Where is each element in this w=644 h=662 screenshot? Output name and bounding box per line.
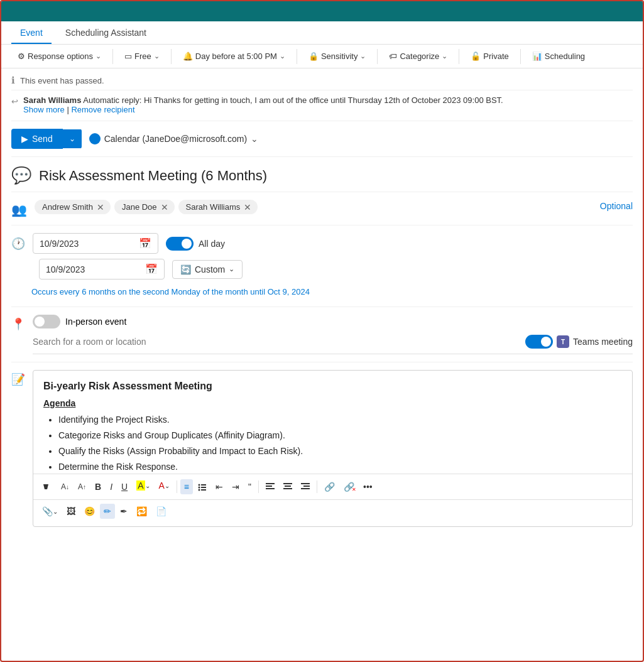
recurrence-info[interactable]: Occurs every 6 months on the second Mond… <box>11 285 633 299</box>
show-as-icon: ▭ <box>124 52 132 61</box>
location-section: 📍 In-person event <box>11 307 633 362</box>
remove-jane-button[interactable]: ✕ <box>161 203 168 212</box>
send-row: ▶ Send ⌄ Calendar (JaneDoe@microsoft.com… <box>11 121 633 157</box>
attach-button[interactable]: 📎⌄ <box>38 504 62 519</box>
svg-rect-3 <box>201 487 206 488</box>
start-date-picker[interactable]: 10/9/2023 📅 <box>33 233 158 254</box>
sensitivity-button[interactable]: 🔒 Sensitivity ⌄ <box>302 48 373 64</box>
private-button[interactable]: 🔓 Private <box>464 48 515 64</box>
teams-thumb <box>541 337 551 347</box>
svg-rect-13 <box>303 486 310 487</box>
svg-rect-8 <box>266 488 275 489</box>
svg-rect-14 <box>301 488 310 489</box>
bold-button[interactable]: B <box>91 479 105 494</box>
indent-decrease-button[interactable]: ⇤ <box>212 479 227 494</box>
align-left-button[interactable] <box>262 480 278 493</box>
font-size-increase-button[interactable]: A↑ <box>74 480 90 494</box>
send-main-button[interactable]: ▶ Send <box>11 129 63 149</box>
indent-increase-button[interactable]: ⇥ <box>228 479 243 494</box>
top-bar <box>1 1 643 21</box>
body-icon: 📝 <box>11 372 25 386</box>
body-editor[interactable]: Bi-yearly Risk Assessment Meeting Agenda… <box>33 370 633 527</box>
start-date-text: 10/9/2023 <box>40 239 134 249</box>
agenda-heading: Agenda <box>43 398 622 408</box>
location-icon: 📍 <box>11 317 25 331</box>
calendar-selector[interactable]: Calendar (JaneDoe@microsoft.com) ⌄ <box>89 133 258 144</box>
teams-icon: T <box>557 335 569 348</box>
quote-button[interactable]: " <box>244 479 255 494</box>
private-icon: 🔓 <box>471 52 481 61</box>
attendee-name-sarah: Sarah Williams <box>186 202 241 212</box>
more-options-button[interactable]: ••• <box>359 479 376 494</box>
highlight-button[interactable]: A ⌄ <box>133 478 153 496</box>
recurrence-label: Custom <box>195 264 225 274</box>
body-title: Bi-yearly Risk Assessment Meeting <box>43 381 622 392</box>
remove-sarah-button[interactable]: ✕ <box>244 203 251 212</box>
insert-image-button[interactable]: 🖼 <box>63 504 79 519</box>
location-search-input[interactable] <box>33 337 525 347</box>
response-options-button[interactable]: ⚙ Response options ⌄ <box>11 48 107 64</box>
template-button[interactable]: 📄 <box>152 504 170 519</box>
scheduling-icon: 📊 <box>532 52 542 61</box>
align-center2-button[interactable] <box>280 480 296 493</box>
show-more-link[interactable]: Show more <box>23 105 65 114</box>
clock-icon: 🕐 <box>11 237 25 251</box>
location-content: In-person event T Teams meeting <box>33 315 633 354</box>
meeting-title-section: 💬 Risk Assessment Meeting (6 Months) <box>11 157 633 192</box>
tab-event[interactable]: Event <box>11 21 52 44</box>
response-options-icon: ⚙ <box>18 52 25 61</box>
tab-scheduling-assistant[interactable]: Scheduling Assistant <box>57 21 155 44</box>
loop-button[interactable]: 🔁 <box>133 504 151 519</box>
categorize-button[interactable]: 🏷 Categorize ⌄ <box>383 48 454 64</box>
teams-label: Teams meeting <box>573 337 633 347</box>
draw-button[interactable]: ✒ <box>116 504 131 519</box>
recurrence-button[interactable]: 🔄 Custom ⌄ <box>172 260 243 279</box>
inperson-row: In-person event <box>33 315 633 328</box>
auto-reply-message: Automatic reply: Hi Thanks for getting i… <box>83 95 503 105</box>
calendar-dot <box>89 133 101 144</box>
clear-format-button[interactable] <box>38 479 56 494</box>
font-color-button[interactable]: A ⌄ <box>155 478 173 496</box>
auto-reply-bar: ↩ Sarah Williams Automatic reply: Hi Tha… <box>11 90 633 121</box>
align-center-button[interactable]: ≡ <box>180 479 193 494</box>
italic-button[interactable]: I <box>106 479 116 494</box>
send-dropdown-chevron: ⌄ <box>69 134 75 143</box>
remove-recipient-link[interactable]: Remove recipient <box>71 105 134 114</box>
auto-reply-sender: Sarah Williams <box>23 95 81 105</box>
reminder-button[interactable]: 🔔 Day before at 5:00 PM ⌄ <box>177 48 292 64</box>
bullets-button[interactable] <box>194 480 210 494</box>
scheduling-button[interactable]: 📊 Scheduling <box>526 48 591 64</box>
insert-link-button[interactable]: 🔗 <box>320 479 339 494</box>
emoji-button[interactable]: 😊 <box>80 504 99 519</box>
show-as-button[interactable]: ▭ Free ⌄ <box>118 48 166 64</box>
svg-rect-11 <box>283 488 292 489</box>
recurrence-icon: 🔄 <box>180 264 191 274</box>
all-day-thumb <box>182 239 192 249</box>
all-day-toggle[interactable] <box>166 237 194 251</box>
agenda-item-4: Determine the Risk Response. <box>58 460 622 474</box>
inperson-toggle[interactable] <box>33 315 60 328</box>
svg-rect-7 <box>266 486 272 487</box>
meeting-title[interactable]: Risk Assessment Meeting (6 Months) <box>39 168 267 184</box>
svg-rect-5 <box>201 489 206 491</box>
remove-link-button[interactable]: 🔗✕ <box>340 479 358 494</box>
align-right-button[interactable] <box>297 480 314 493</box>
toolbar-sep-4 <box>377 49 378 64</box>
teams-row: T Teams meeting <box>525 335 633 349</box>
format-toolbar-row2: 📎⌄ 🖼 😊 ✏ ✒ 🔁 📄 <box>33 499 632 523</box>
toolbar-sep-6 <box>520 49 521 64</box>
underline-button[interactable]: U <box>117 479 131 494</box>
font-size-decrease-button[interactable]: A↓ <box>57 480 73 494</box>
remove-andrew-button[interactable]: ✕ <box>97 203 104 212</box>
datetime-section: 🕐 10/9/2023 📅 All day 10/9/20 <box>11 225 633 307</box>
recurrence-chevron: ⌄ <box>229 265 234 273</box>
send-dropdown-button[interactable]: ⌄ <box>63 129 82 148</box>
teams-toggle[interactable] <box>525 335 553 349</box>
svg-point-4 <box>199 489 200 491</box>
optional-label[interactable]: Optional <box>600 201 633 211</box>
agenda-item-3: Qualify the Risks (Assign Probability an… <box>58 445 622 458</box>
start-cal-icon: 📅 <box>139 237 151 249</box>
end-date-picker[interactable]: 10/9/2023 📅 <box>39 259 165 279</box>
categorize-icon: 🏷 <box>389 52 397 61</box>
highlight2-button[interactable]: ✏ <box>100 504 115 519</box>
